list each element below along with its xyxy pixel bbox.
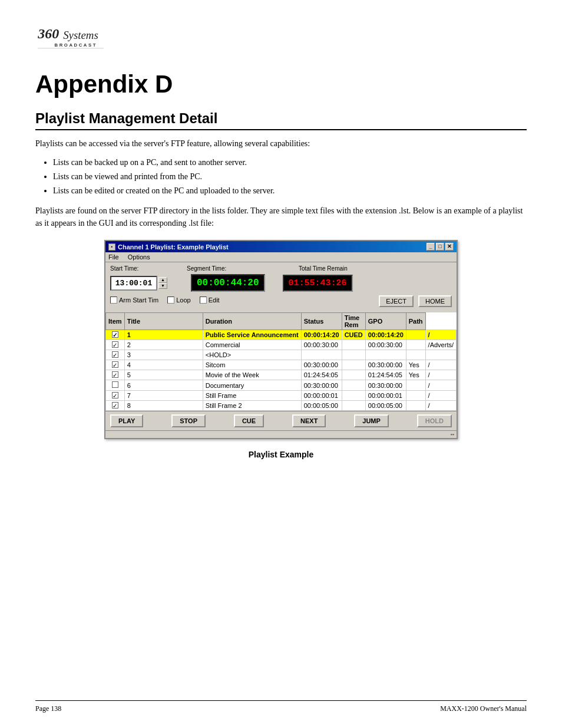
row-checkbox-cell[interactable]: ✓ bbox=[106, 401, 125, 411]
footer-page: Page 138 bbox=[35, 704, 61, 713]
row-duration: 00:00:14:20 bbox=[301, 330, 342, 340]
menu-options[interactable]: Options bbox=[128, 253, 150, 261]
loop-cb-box[interactable] bbox=[167, 297, 174, 304]
row-checkbox-cell[interactable] bbox=[106, 380, 125, 391]
next-button[interactable]: NEXT bbox=[292, 414, 326, 427]
system-menu-icon[interactable]: ▪ bbox=[108, 243, 115, 251]
section-title: Playlist Management Detail bbox=[35, 110, 527, 130]
bullet-3: Lists can be edited or created on the PC… bbox=[53, 184, 527, 198]
row-gpo bbox=[406, 391, 425, 401]
row-checkbox[interactable] bbox=[112, 381, 118, 388]
row-gpo bbox=[406, 401, 425, 411]
table-row[interactable]: 6Documentary00:30:00:0000:30:00:00/ bbox=[106, 380, 457, 391]
row-gpo bbox=[406, 340, 425, 350]
arm-start-label: Arm Start Tim bbox=[119, 297, 158, 304]
cue-button[interactable]: CUE bbox=[234, 414, 264, 427]
row-checkbox[interactable]: ✓ bbox=[112, 341, 118, 348]
edit-checkbox[interactable]: Edit bbox=[200, 297, 220, 304]
row-checkbox-cell[interactable]: ✓ bbox=[106, 350, 125, 360]
eject-button[interactable]: EJECT bbox=[379, 295, 414, 307]
row-checkbox[interactable]: ✓ bbox=[112, 351, 118, 358]
row-path: / bbox=[425, 360, 456, 370]
row-status bbox=[342, 360, 365, 370]
edit-cb-box[interactable] bbox=[200, 297, 207, 304]
row-item-num: 6 bbox=[124, 380, 203, 391]
jump-button[interactable]: JUMP bbox=[354, 414, 389, 427]
row-checkbox-cell[interactable]: ✓ bbox=[106, 391, 125, 401]
row-checkbox-cell[interactable]: ✓ bbox=[106, 370, 125, 380]
footer-manual: MAXX-1200 Owner's Manual bbox=[440, 704, 527, 713]
checkbox-row: Arm Start Tim Loop Edit bbox=[110, 297, 220, 304]
row-item-num: 7 bbox=[124, 391, 203, 401]
minimize-button[interactable]: _ bbox=[427, 243, 435, 251]
row-path bbox=[425, 350, 456, 360]
row-path: /Adverts/ bbox=[425, 340, 456, 350]
row-checkbox[interactable]: ✓ bbox=[112, 361, 118, 368]
arm-start-checkbox[interactable]: Arm Start Tim bbox=[110, 297, 158, 304]
svg-text:Systems: Systems bbox=[63, 29, 98, 41]
row-gpo bbox=[406, 350, 425, 360]
table-row[interactable]: ✓8Still Frame 200:00:05:0000:00:05:00/ bbox=[106, 401, 457, 411]
row-duration bbox=[301, 350, 342, 360]
play-button[interactable]: PLAY bbox=[110, 414, 143, 427]
para2-text: Playlists are found on the server FTP di… bbox=[35, 205, 527, 229]
feature-list: Lists can be backed up on a PC, and sent… bbox=[53, 156, 527, 197]
row-time-rem: 00:00:00:01 bbox=[365, 391, 406, 401]
row-checkbox[interactable]: ✓ bbox=[112, 402, 118, 409]
hold-button[interactable]: HOLD bbox=[417, 414, 452, 427]
row-checkbox-cell[interactable]: ✓ bbox=[106, 340, 125, 350]
table-row[interactable]: ✓2Commercial00:00:30:0000:00:30:00/Adver… bbox=[106, 340, 457, 350]
bullet-2: Lists can be viewed and printed from the… bbox=[53, 170, 527, 184]
row-time-rem: 00:30:00:00 bbox=[365, 380, 406, 391]
action-buttons: EJECT HOME bbox=[379, 295, 452, 307]
row-title: Still Frame 2 bbox=[203, 401, 301, 411]
segment-time-display: 00:00:44:20 bbox=[191, 274, 265, 292]
close-button[interactable]: ✕ bbox=[445, 243, 454, 251]
row-title: Still Frame bbox=[203, 391, 301, 401]
arm-start-cb-box[interactable] bbox=[110, 297, 117, 304]
total-time-display: 01:55:43:26 bbox=[283, 275, 353, 292]
intro-text: Playlists can be accessed via the server… bbox=[35, 137, 527, 150]
spin-up[interactable]: ▲ bbox=[158, 277, 167, 283]
svg-text:360: 360 bbox=[37, 26, 59, 41]
playlist-table-container: Item Title Duration Status Time Rem GPO … bbox=[105, 312, 457, 411]
total-time-label: Total Time Remain bbox=[299, 265, 348, 272]
segment-time-label: Segment Time: bbox=[187, 265, 287, 272]
spin-down[interactable]: ▼ bbox=[158, 283, 167, 289]
figure-caption: Playlist Example bbox=[35, 450, 527, 459]
col-timerem: Time Rem bbox=[342, 313, 365, 330]
playlist-table: Item Title Duration Status Time Rem GPO … bbox=[105, 312, 457, 411]
row-checkbox[interactable]: ✓ bbox=[112, 371, 118, 378]
row-duration: 01:24:54:05 bbox=[301, 370, 342, 380]
table-row[interactable]: ✓1Public Service Announcement00:00:14:20… bbox=[106, 330, 457, 340]
row-status: CUED bbox=[342, 330, 365, 340]
table-row[interactable]: ✓4Sitcom00:30:00:0000:30:00:00Yes/ bbox=[106, 360, 457, 370]
row-status bbox=[342, 391, 365, 401]
logo-area: 360 Systems BROADCAST bbox=[35, 18, 527, 55]
row-item-num: 4 bbox=[124, 360, 203, 370]
row-time-rem: 00:00:05:00 bbox=[365, 401, 406, 411]
home-button[interactable]: HOME bbox=[418, 295, 452, 307]
table-row[interactable]: ✓5Movie of the Week01:24:54:0501:24:54:0… bbox=[106, 370, 457, 380]
table-row[interactable]: ✓7Still Frame00:00:00:0100:00:00:01/ bbox=[106, 391, 457, 401]
loop-checkbox[interactable]: Loop bbox=[167, 297, 190, 304]
row-checkbox[interactable]: ✓ bbox=[112, 392, 118, 398]
menu-file[interactable]: File bbox=[108, 253, 119, 261]
row-path: / bbox=[425, 330, 456, 340]
row-path: / bbox=[425, 391, 456, 401]
stop-button[interactable]: STOP bbox=[171, 414, 206, 427]
start-time-spinner[interactable]: ▲ ▼ bbox=[158, 277, 167, 289]
row-checkbox-cell[interactable]: ✓ bbox=[106, 360, 125, 370]
maximize-button[interactable]: □ bbox=[436, 243, 444, 251]
logo-svg: 360 Systems BROADCAST bbox=[35, 18, 106, 53]
row-duration: 00:00:30:00 bbox=[301, 340, 342, 350]
row-checkbox-cell[interactable]: ✓ bbox=[106, 330, 125, 340]
table-row[interactable]: ✓3<HOLD> bbox=[106, 350, 457, 360]
loop-label: Loop bbox=[176, 297, 190, 304]
row-status bbox=[342, 340, 365, 350]
status-bar: ▪▪ bbox=[105, 430, 457, 438]
row-gpo bbox=[406, 380, 425, 391]
row-checkbox[interactable]: ✓ bbox=[112, 331, 118, 338]
window-controls: _ □ ✕ bbox=[427, 243, 454, 251]
row-path: / bbox=[425, 401, 456, 411]
